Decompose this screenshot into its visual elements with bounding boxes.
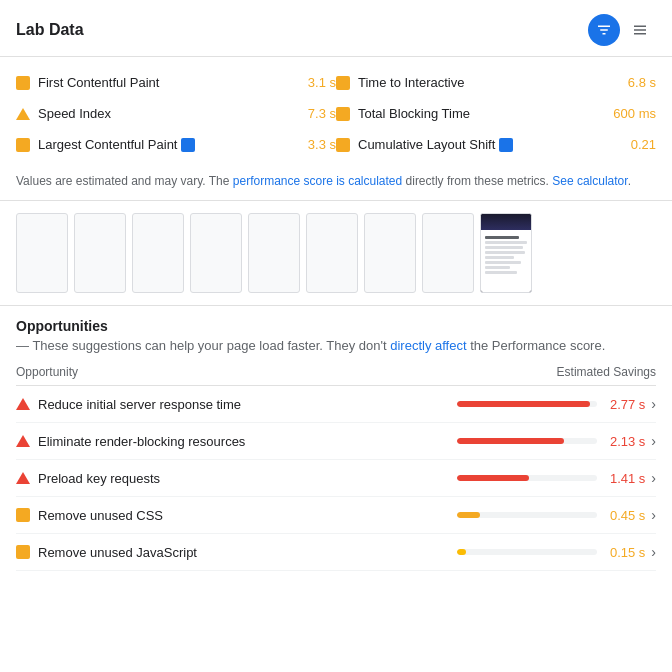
- unused-js-value: 0.15 s: [603, 545, 645, 560]
- header-icons: [588, 14, 656, 46]
- reduce-server-value: 2.77 s: [603, 397, 645, 412]
- tbt-value: 600 ms: [606, 106, 656, 121]
- unused-js-bar-container: [457, 549, 597, 555]
- tbt-icon: [336, 107, 350, 121]
- perf-score-link[interactable]: performance score is calculated: [233, 174, 402, 188]
- menu-icon: [631, 21, 649, 39]
- metric-row-tti: Time to Interactive 6.8 s: [336, 69, 656, 96]
- unused-js-label: Remove unused JavaScript: [38, 545, 449, 560]
- unused-js-icon: [16, 545, 30, 559]
- menu-button[interactable]: [624, 14, 656, 46]
- render-blocking-right: 2.13 s ›: [457, 433, 656, 449]
- opportunities-title: Opportunities: [16, 318, 108, 334]
- render-blocking-chevron[interactable]: ›: [651, 433, 656, 449]
- filmstrip-frame-2: [74, 213, 126, 293]
- preload-key-label: Preload key requests: [38, 471, 449, 486]
- unused-css-icon: [16, 508, 30, 522]
- metric-row-lcp: Largest Contentful Paint 3.3 s: [16, 131, 336, 158]
- render-blocking-label: Eliminate render-blocking resources: [38, 434, 449, 449]
- cls-flag: [499, 138, 513, 152]
- preload-key-value: 1.41 s: [603, 471, 645, 486]
- reduce-server-bar-container: [457, 401, 597, 407]
- unused-css-bar: [457, 512, 479, 518]
- cls-value: 0.21: [606, 137, 656, 152]
- disclaimer: Values are estimated and may vary. The p…: [0, 166, 672, 201]
- metric-row-tbt: Total Blocking Time 600 ms: [336, 100, 656, 127]
- lcp-value: 3.3 s: [286, 137, 336, 152]
- preload-key-right: 1.41 s ›: [457, 470, 656, 486]
- reduce-server-icon: [16, 398, 30, 410]
- si-icon: [16, 108, 30, 120]
- table-header: Opportunity Estimated Savings: [16, 357, 656, 386]
- tti-value: 6.8 s: [606, 75, 656, 90]
- calculator-link[interactable]: See calculator: [552, 174, 627, 188]
- col-savings: Estimated Savings: [557, 365, 656, 379]
- filter-icon: [595, 21, 613, 39]
- preload-key-bar-container: [457, 475, 597, 481]
- filmstrip-frame-7: [364, 213, 416, 293]
- filmstrip-frame-screenshot: [480, 213, 532, 293]
- preload-key-bar: [457, 475, 528, 481]
- cls-icon: [336, 138, 350, 152]
- opp-row-unused-css[interactable]: Remove unused CSS 0.45 s ›: [16, 497, 656, 534]
- metric-row-cls: Cumulative Layout Shift 0.21: [336, 131, 656, 158]
- cls-label: Cumulative Layout Shift: [358, 137, 598, 152]
- unused-css-bar-container: [457, 512, 597, 518]
- si-label: Speed Index: [38, 106, 278, 121]
- lcp-flag: [181, 138, 195, 152]
- fcp-icon: [16, 76, 30, 90]
- col-opportunity: Opportunity: [16, 365, 78, 379]
- filmstrip-frame-5: [248, 213, 300, 293]
- page-title: Lab Data: [16, 21, 84, 39]
- unused-css-chevron[interactable]: ›: [651, 507, 656, 523]
- opp-row-render-blocking[interactable]: Eliminate render-blocking resources 2.13…: [16, 423, 656, 460]
- metrics-grid: First Contentful Paint 3.1 s Time to Int…: [0, 57, 672, 166]
- filmstrip-frame-6: [306, 213, 358, 293]
- reduce-server-right: 2.77 s ›: [457, 396, 656, 412]
- render-blocking-bar-container: [457, 438, 597, 444]
- opportunities-section: Opportunities — These suggestions can he…: [0, 306, 672, 571]
- unused-js-bar: [457, 549, 465, 555]
- filter-button[interactable]: [588, 14, 620, 46]
- unused-css-right: 0.45 s ›: [457, 507, 656, 523]
- fcp-label: First Contentful Paint: [38, 75, 278, 90]
- opportunities-subtitle: — These suggestions can help your page l…: [16, 338, 605, 353]
- opp-row-unused-js[interactable]: Remove unused JavaScript 0.15 s ›: [16, 534, 656, 571]
- render-blocking-value: 2.13 s: [603, 434, 645, 449]
- reduce-server-bar: [457, 401, 590, 407]
- metric-row-fcp: First Contentful Paint 3.1 s: [16, 69, 336, 96]
- preload-key-chevron[interactable]: ›: [651, 470, 656, 486]
- filmstrip-frame-4: [190, 213, 242, 293]
- opportunities-header: Opportunities — These suggestions can he…: [16, 318, 656, 353]
- filmstrip-frame-1: [16, 213, 68, 293]
- filmstrip-frame-3: [132, 213, 184, 293]
- directly-affect-link[interactable]: directly affect: [390, 338, 466, 353]
- render-blocking-bar: [457, 438, 563, 444]
- reduce-server-chevron[interactable]: ›: [651, 396, 656, 412]
- lcp-label: Largest Contentful Paint: [38, 137, 278, 152]
- lcp-icon: [16, 138, 30, 152]
- filmstrip-frame-8: [422, 213, 474, 293]
- header: Lab Data: [0, 0, 672, 57]
- reduce-server-label: Reduce initial server response time: [38, 397, 449, 412]
- tti-label: Time to Interactive: [358, 75, 598, 90]
- preload-key-icon: [16, 472, 30, 484]
- unused-js-right: 0.15 s ›: [457, 544, 656, 560]
- opp-row-reduce-server[interactable]: Reduce initial server response time 2.77…: [16, 386, 656, 423]
- render-blocking-icon: [16, 435, 30, 447]
- unused-css-value: 0.45 s: [603, 508, 645, 523]
- filmstrip: [0, 201, 672, 306]
- metric-row-si: Speed Index 7.3 s: [16, 100, 336, 127]
- unused-js-chevron[interactable]: ›: [651, 544, 656, 560]
- unused-css-label: Remove unused CSS: [38, 508, 449, 523]
- si-value: 7.3 s: [286, 106, 336, 121]
- tti-icon: [336, 76, 350, 90]
- fcp-value: 3.1 s: [286, 75, 336, 90]
- opp-row-preload-key[interactable]: Preload key requests 1.41 s ›: [16, 460, 656, 497]
- tbt-label: Total Blocking Time: [358, 106, 598, 121]
